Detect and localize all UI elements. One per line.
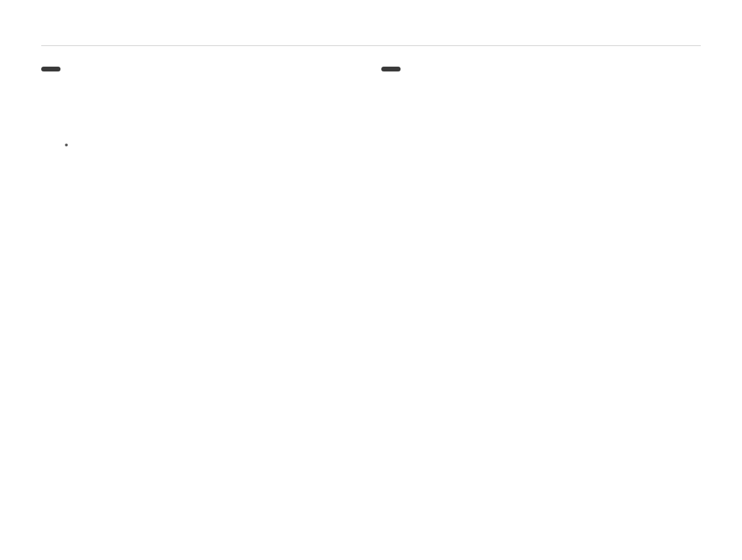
steps-delete-multiple bbox=[41, 121, 361, 132]
steps-delete-all bbox=[41, 161, 361, 183]
two-column-layout bbox=[41, 67, 701, 200]
pill-deleting-files bbox=[41, 67, 60, 71]
arrow-icon bbox=[401, 106, 403, 120]
steps-copy-to-card bbox=[381, 99, 701, 127]
section-title bbox=[41, 41, 701, 46]
step bbox=[381, 104, 701, 122]
steps-delete-single bbox=[41, 99, 361, 104]
pill-copying-files bbox=[381, 67, 401, 71]
right-column bbox=[381, 67, 701, 200]
steps-delete-multiple-cont bbox=[41, 139, 361, 144]
step-text bbox=[60, 166, 361, 183]
left-column bbox=[41, 67, 361, 200]
page bbox=[0, 0, 742, 560]
step-text bbox=[401, 104, 701, 122]
page-footer bbox=[0, 533, 742, 544]
step bbox=[41, 166, 361, 183]
arrow-icon bbox=[66, 168, 69, 181]
